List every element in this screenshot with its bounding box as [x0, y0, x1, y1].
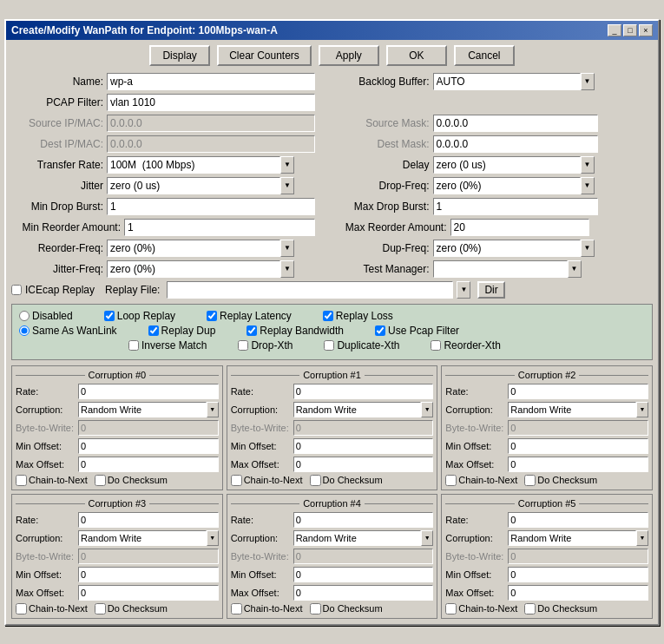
- panel-corruption-input-1[interactable]: [293, 402, 422, 417]
- display-button[interactable]: Display: [149, 45, 210, 66]
- panel-rate-input-2[interactable]: [508, 384, 648, 399]
- panel-chain-checkbox-0[interactable]: [16, 475, 27, 486]
- use-pcap-filter-checkbox[interactable]: [375, 325, 385, 336]
- replay-dup-checkbox[interactable]: [148, 325, 159, 336]
- panel-corruption-input-3[interactable]: [78, 530, 207, 546]
- panel-rate-input-3[interactable]: [78, 512, 219, 528]
- use-pcap-filter-option[interactable]: Use Pcap Filter: [375, 325, 459, 337]
- reorder-freq-dropdown[interactable]: ▼: [280, 240, 294, 257]
- apply-button[interactable]: Apply: [319, 45, 379, 66]
- panel-chain-checkbox-5[interactable]: [445, 603, 457, 614]
- ok-button[interactable]: OK: [386, 45, 447, 66]
- panel-max-offset-input-0[interactable]: [78, 457, 219, 472]
- panel-checksum-label-2[interactable]: Do Checksum: [524, 475, 597, 486]
- replay-file-dropdown[interactable]: ▼: [457, 281, 470, 299]
- clear-counters-button[interactable]: Clear Counters: [217, 45, 312, 66]
- panel-chain-label-3[interactable]: Chain-to-Next: [16, 603, 88, 614]
- max-drop-burst-input[interactable]: [433, 198, 598, 215]
- panel-chain-label-0[interactable]: Chain-to-Next: [16, 475, 88, 486]
- loop-replay-checkbox[interactable]: [104, 311, 115, 321]
- min-reorder-input[interactable]: [124, 219, 315, 236]
- duplicate-xth-option[interactable]: Duplicate-Xth: [324, 339, 399, 352]
- loop-replay-option[interactable]: Loop Replay: [104, 310, 175, 322]
- dup-freq-dropdown[interactable]: ▼: [581, 240, 595, 257]
- panel-checksum-label-4[interactable]: Do Checksum: [310, 603, 383, 614]
- panel-checksum-label-5[interactable]: Do Checksum: [524, 603, 597, 614]
- panel-chain-checkbox-1[interactable]: [231, 475, 242, 486]
- reorder-xth-checkbox[interactable]: [431, 340, 441, 351]
- panel-max-offset-input-2[interactable]: [508, 457, 648, 472]
- backlog-input[interactable]: [433, 73, 581, 90]
- reorder-freq-input[interactable]: [107, 240, 280, 257]
- same-as-wanlink-option[interactable]: Same As WanLink: [19, 325, 117, 337]
- backlog-dropdown-arrow[interactable]: ▼: [581, 73, 595, 90]
- panel-chain-checkbox-2[interactable]: [445, 475, 457, 486]
- name-input[interactable]: wp-a: [107, 73, 315, 90]
- inverse-match-checkbox[interactable]: [128, 340, 139, 351]
- reorder-xth-option[interactable]: Reorder-Xth: [431, 339, 500, 352]
- drop-xth-checkbox[interactable]: [238, 340, 248, 351]
- panel-corruption-input-5[interactable]: [508, 530, 636, 546]
- replay-loss-checkbox[interactable]: [323, 311, 333, 321]
- panel-corruption-dropdown-2[interactable]: ▼: [636, 402, 648, 417]
- panel-chain-label-4[interactable]: Chain-to-Next: [231, 603, 303, 614]
- panel-min-offset-input-1[interactable]: [293, 438, 434, 454]
- panel-min-offset-input-4[interactable]: [293, 567, 434, 582]
- panel-corruption-dropdown-0[interactable]: ▼: [207, 402, 219, 417]
- panel-corruption-dropdown-1[interactable]: ▼: [421, 402, 433, 417]
- replay-latency-checkbox[interactable]: [207, 311, 217, 321]
- drop-freq-input[interactable]: [433, 177, 581, 194]
- panel-min-offset-input-0[interactable]: [78, 438, 219, 454]
- panel-max-offset-input-5[interactable]: [508, 585, 648, 601]
- disabled-radio[interactable]: [19, 311, 30, 321]
- panel-rate-input-0[interactable]: [78, 384, 219, 399]
- panel-rate-input-1[interactable]: [293, 384, 434, 399]
- panel-checksum-checkbox-0[interactable]: [95, 475, 106, 486]
- panel-chain-checkbox-4[interactable]: [231, 603, 242, 614]
- dir-button[interactable]: Dir: [477, 281, 504, 299]
- pcap-input[interactable]: [107, 94, 315, 111]
- panel-min-offset-input-5[interactable]: [508, 567, 648, 582]
- panel-rate-input-4[interactable]: [293, 512, 434, 528]
- panel-min-offset-input-2[interactable]: [508, 438, 648, 454]
- panel-chain-label-1[interactable]: Chain-to-Next: [231, 475, 303, 486]
- replay-latency-option[interactable]: Replay Latency: [207, 310, 292, 322]
- dest-mask-input[interactable]: [433, 135, 598, 153]
- icecap-checkbox[interactable]: [11, 285, 22, 295]
- replay-file-input[interactable]: [167, 281, 453, 299]
- panel-checksum-checkbox-1[interactable]: [310, 475, 321, 486]
- dest-ip-input[interactable]: [107, 135, 315, 153]
- panel-checksum-label-3[interactable]: Do Checksum: [95, 603, 168, 614]
- panel-chain-checkbox-3[interactable]: [16, 603, 27, 614]
- panel-corruption-input-4[interactable]: [293, 530, 422, 546]
- panel-rate-input-5[interactable]: [508, 512, 648, 528]
- duplicate-xth-checkbox[interactable]: [324, 340, 334, 351]
- panel-corruption-dropdown-5[interactable]: ▼: [636, 530, 648, 546]
- delay-input[interactable]: [433, 156, 581, 174]
- test-manager-input[interactable]: [433, 260, 568, 278]
- jitter-input[interactable]: [107, 177, 280, 194]
- test-manager-dropdown[interactable]: ▼: [568, 260, 582, 278]
- jitter-freq-input[interactable]: [107, 260, 280, 278]
- disabled-option[interactable]: Disabled: [19, 310, 73, 322]
- panel-corruption-input-2[interactable]: [508, 402, 636, 417]
- replay-dup-option[interactable]: Replay Dup: [148, 325, 216, 337]
- max-reorder-input[interactable]: [450, 219, 589, 236]
- min-drop-burst-input[interactable]: [107, 198, 315, 215]
- close-button[interactable]: ×: [639, 24, 653, 36]
- panel-checksum-checkbox-4[interactable]: [310, 603, 321, 614]
- transfer-rate-input[interactable]: [107, 156, 280, 174]
- panel-checksum-checkbox-3[interactable]: [95, 603, 106, 614]
- panel-checksum-checkbox-5[interactable]: [524, 603, 536, 614]
- panel-checksum-checkbox-2[interactable]: [524, 475, 536, 486]
- inverse-match-option[interactable]: Inverse Match: [128, 339, 207, 352]
- panel-max-offset-input-1[interactable]: [293, 457, 434, 472]
- drop-xth-option[interactable]: Drop-Xth: [238, 339, 293, 352]
- drop-freq-dropdown[interactable]: ▼: [581, 177, 595, 194]
- panel-min-offset-input-3[interactable]: [78, 567, 219, 582]
- panel-chain-label-5[interactable]: Chain-to-Next: [445, 603, 517, 614]
- maximize-button[interactable]: □: [623, 24, 637, 36]
- dup-freq-input[interactable]: [433, 240, 581, 257]
- same-as-wanlink-radio[interactable]: [19, 325, 30, 336]
- panel-checksum-label-1[interactable]: Do Checksum: [310, 475, 383, 486]
